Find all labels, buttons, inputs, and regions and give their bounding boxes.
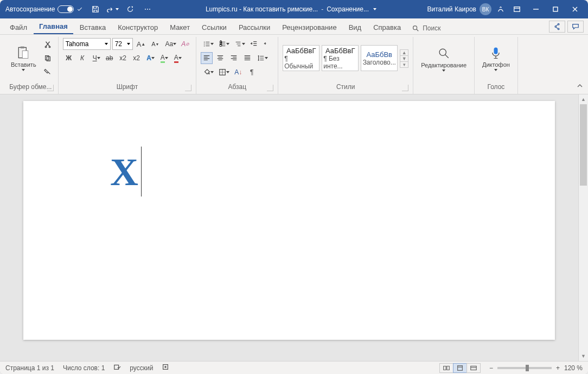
tab-insert[interactable]: Вставка	[74, 20, 111, 34]
font-size-combo[interactable]: 72	[112, 38, 133, 50]
dictate-button[interactable]: Диктофон	[479, 44, 513, 72]
show-marks-button[interactable]: ¶	[246, 66, 258, 78]
style-normal[interactable]: АаБбВвГ¶ Обычный	[283, 45, 319, 71]
status-bar: Страница 1 из 1 Число слов: 1 русский − …	[0, 361, 588, 374]
dialog-launcher[interactable]	[185, 85, 191, 91]
tab-references[interactable]: Ссылки	[196, 20, 232, 34]
svg-rect-23	[114, 365, 119, 370]
borders-button[interactable]	[216, 66, 231, 78]
view-buttons	[440, 363, 481, 373]
superscript-button[interactable]: x2	[131, 52, 143, 64]
tab-help[interactable]: Справка	[368, 20, 406, 34]
format-painter-button[interactable]	[42, 66, 54, 78]
view-read[interactable]	[439, 363, 453, 373]
document-scroll[interactable]: X	[0, 94, 578, 361]
spellcheck-status[interactable]	[113, 363, 121, 372]
font-name-combo[interactable]: Tahoma	[63, 38, 111, 50]
group-font: Tahoma 72 A▲ A▼ Aa A⊘ Ж К Ч ab x2 x2 A A…	[59, 37, 197, 94]
copy-button[interactable]	[42, 52, 54, 64]
change-case-button[interactable]: Aa	[163, 38, 178, 50]
italic-button[interactable]: К	[76, 52, 88, 64]
outdent-icon	[250, 40, 258, 48]
save-button[interactable]	[88, 2, 103, 16]
user-block[interactable]: Виталий Каиров ВК	[427, 3, 491, 15]
collapse-ribbon-button[interactable]	[575, 81, 585, 91]
highlight-button[interactable]: A	[158, 52, 170, 64]
autosave-toggle[interactable]: Автосохранение	[3, 5, 85, 13]
toggle-switch[interactable]	[57, 5, 74, 13]
ribbon-mode-button[interactable]	[510, 2, 524, 16]
bold-button[interactable]: Ж	[63, 52, 75, 64]
qat-more[interactable]: ⋯	[140, 2, 155, 16]
svg-point-21	[439, 49, 446, 55]
numbering-button[interactable]: 123	[216, 38, 231, 50]
bullets-button[interactable]	[201, 38, 215, 50]
comment-icon	[572, 23, 579, 30]
comments-button[interactable]	[567, 21, 584, 33]
underline-button[interactable]: Ч	[90, 52, 102, 64]
sort-button[interactable]: A↓	[232, 66, 244, 78]
svg-point-10	[49, 46, 50, 48]
align-left-button[interactable]	[201, 52, 213, 64]
editing-button[interactable]: Редактирование	[418, 45, 470, 73]
indent-inc-button[interactable]	[261, 38, 273, 50]
language-status[interactable]: русский	[130, 364, 153, 372]
shrink-font-button[interactable]: A▼	[149, 38, 161, 50]
zoom-in[interactable]: +	[556, 364, 560, 372]
vertical-scrollbar[interactable]: ▲ ▼	[578, 94, 588, 361]
justify-button[interactable]	[241, 52, 253, 64]
clear-format-button[interactable]: A⊘	[179, 38, 191, 50]
zoom-level[interactable]: 120 %	[564, 364, 583, 372]
title-bar: Автосохранение ⋯ Lumpics.ru - Как постав…	[0, 0, 588, 18]
zoom-out[interactable]: −	[489, 364, 493, 372]
align-right-button[interactable]	[228, 52, 240, 64]
tab-mailings[interactable]: Рассылки	[233, 20, 276, 34]
tab-view[interactable]: Вид	[343, 20, 367, 34]
dialog-launcher[interactable]	[267, 85, 273, 91]
dialog-launcher[interactable]	[47, 85, 54, 91]
strike-button[interactable]: ab	[104, 52, 116, 64]
tab-home[interactable]: Главная	[34, 19, 73, 34]
view-web[interactable]	[466, 363, 481, 373]
autosave-label: Автосохранение	[5, 5, 55, 13]
macro-status[interactable]	[162, 363, 169, 372]
avatar: ВК	[480, 3, 491, 15]
align-center-button[interactable]	[214, 52, 226, 64]
word-count[interactable]: Число слов: 1	[63, 364, 105, 372]
font-color-button[interactable]: A	[171, 52, 183, 64]
minimize-button[interactable]	[526, 1, 546, 17]
scroll-up[interactable]: ▲	[579, 94, 588, 104]
share-icon	[553, 23, 561, 30]
tab-layout[interactable]: Макет	[164, 20, 195, 34]
page-status[interactable]: Страница 1 из 1	[5, 364, 54, 372]
share-button[interactable]	[549, 21, 565, 33]
indent-dec-button[interactable]	[248, 38, 260, 50]
dialog-launcher[interactable]	[402, 85, 408, 91]
style-heading1[interactable]: АаБбВвЗаголово...	[361, 45, 398, 71]
tab-file[interactable]: Файл	[4, 20, 33, 34]
grow-font-button[interactable]: A▲	[135, 38, 148, 50]
line-spacing-button[interactable]	[255, 52, 269, 64]
close-button[interactable]	[565, 1, 585, 17]
tab-design[interactable]: Конструктор	[112, 20, 163, 34]
subscript-button[interactable]: x2	[117, 52, 129, 64]
undo-button[interactable]	[106, 2, 120, 16]
paste-button[interactable]: Вставить	[8, 44, 40, 72]
scroll-down[interactable]: ▼	[579, 351, 588, 361]
coming-soon-icon[interactable]	[494, 2, 508, 16]
maximize-button[interactable]	[546, 1, 565, 17]
page[interactable]: X	[23, 101, 555, 340]
search-button[interactable]: Поиск	[407, 22, 445, 34]
zoom-slider[interactable]	[497, 367, 552, 369]
print-layout-icon	[456, 365, 464, 371]
redo-button[interactable]	[123, 2, 137, 16]
scroll-thumb[interactable]	[580, 104, 587, 186]
multilevel-button[interactable]	[232, 38, 246, 50]
styles-gallery-scroll[interactable]: ▲▼▾	[400, 49, 408, 67]
shading-button[interactable]	[201, 66, 215, 78]
style-no-spacing[interactable]: АаБбВвГ¶ Без инте...	[322, 45, 359, 71]
text-effects-button[interactable]: A	[144, 52, 156, 64]
view-print[interactable]	[453, 363, 467, 373]
cut-button[interactable]	[42, 39, 54, 50]
tab-review[interactable]: Рецензирование	[277, 20, 342, 34]
